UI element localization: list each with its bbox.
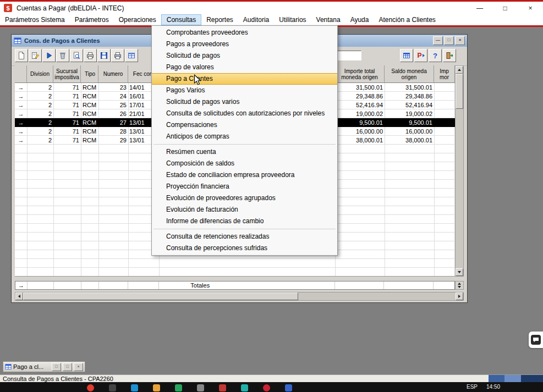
vertical-scroll-thumb[interactable] [456,74,463,109]
menubar-item-ayuda[interactable]: Ayuda [345,14,374,25]
menu-item-evolucion-proveedores[interactable]: Evolución de proveedores agrupados [152,192,337,204]
table-icon [5,363,12,370]
taskbar-app-icon[interactable] [153,384,160,391]
menu-item-solicitud-pagos-varios[interactable]: Solicitud de pagos varios [152,96,337,108]
trash-icon [58,51,67,60]
cell-importe: 31,500.01 [335,83,385,92]
header-tipo[interactable]: Tipo [81,65,98,83]
new-button[interactable] [15,49,28,62]
export-button[interactable] [125,49,138,62]
child-maximize-button[interactable]: □ [444,36,454,45]
menubar-item-consultas[interactable]: Consultas [161,14,201,25]
menu-separator [153,144,336,145]
cell-division: 2 [27,83,53,92]
header-numero[interactable]: Numero [98,65,128,83]
child-close-button[interactable]: × [455,36,465,45]
menu-item-solicitud-de-pagos[interactable]: Solicitud de pagos [152,50,337,62]
row-selector[interactable]: → [15,109,27,118]
menubar-item-parametros-sistema[interactable]: Parámetros Sistema [0,14,70,25]
print-setup-button[interactable] [111,49,124,62]
statusbar: Consulta de Pagos a Clientes - CPA2260 [0,374,543,382]
scroll-down-button[interactable] [456,268,463,276]
menu-item-compensaciones[interactable]: Compensaciones [152,119,337,131]
menu-item-pagos-varios[interactable]: Pagos Varios [152,85,337,96]
consultas-dropdown-menu: Comprobantes proveedores Pagos a proveed… [151,25,338,256]
horizontal-scroll-thumb[interactable] [23,292,298,300]
menu-item-resumen-cuenta[interactable]: Resúmen cuenta [152,146,337,158]
taskbar-app-icon[interactable] [219,384,226,391]
menu-item-pagos-a-proveedores[interactable]: Pagos a proveedores [152,38,337,50]
minimize-button[interactable]: — [467,2,492,14]
menu-item-consulta-solicitudes-autorizaciones[interactable]: Consulta de solicitudes con autorizacion… [152,108,337,119]
taskbar-app-icon[interactable] [197,384,204,391]
header-sucursal[interactable]: Sucursal impositiva [53,65,81,83]
cell-numero: 24 [98,92,128,101]
save-button[interactable] [97,49,111,62]
taskbar-app-icon[interactable] [263,384,270,391]
row-selector[interactable]: → [15,92,27,101]
menubar-item-atencion-a-clientes[interactable]: Atención a Clientes [374,14,440,25]
cell-sucursal: 71 [53,92,81,101]
taskbar-app-icon[interactable] [87,384,94,391]
child-window-controls: — □ × [433,36,465,45]
scroll-up-button[interactable] [456,66,463,74]
row-selector[interactable]: → [15,136,27,145]
menu-item-consulta-percepciones[interactable]: Consulta de percepciones sufridas [152,242,337,254]
help-button[interactable]: ? [429,49,442,62]
grid-view-button[interactable] [400,49,413,62]
exit-button[interactable] [443,49,456,62]
cell-sucursal: 71 [53,118,81,127]
delete-button[interactable] [56,49,69,62]
header-importe[interactable]: Importe total moneda origen [335,65,385,83]
vertical-scrollbar[interactable] [455,65,464,277]
taskbar-app-icon[interactable] [131,384,138,391]
menu-item-comprobantes-proveedores[interactable]: Comprobantes proveedores [152,27,337,38]
currency-button[interactable]: P [414,49,427,62]
row-selector[interactable]: → [15,127,27,136]
menu-item-informe-diferencias-cambio[interactable]: Informe de diferencias de cambio [152,216,337,227]
menubar-item-parametros[interactable]: Parámetros [70,14,114,25]
taskbar-clock[interactable]: 14:50 [486,384,500,390]
row-selector[interactable]: → [15,101,27,109]
header-imp[interactable]: Imp mor [434,65,455,83]
minimized-window-pago-a-clientes[interactable]: Pago a cl... □ □ × [3,361,85,372]
row-selector[interactable]: → [15,83,27,92]
row-selector[interactable]: → [15,118,27,127]
header-division[interactable]: Division [27,65,53,83]
menu-item-pago-de-valores[interactable]: Pago de valores [152,62,337,73]
menu-item-anticipos-compras[interactable]: Anticipos de compras [152,131,337,142]
taskbar-app-icon[interactable] [241,384,248,391]
taskbar-app-icon[interactable] [285,384,292,391]
close-button[interactable]: × [518,2,543,14]
preview-button[interactable] [70,49,83,62]
menu-item-composicion-saldos[interactable]: Composición de saldos [152,158,337,169]
taskbar-language[interactable]: ESP [467,384,478,390]
print-button[interactable] [84,49,97,62]
menubar-item-reportes[interactable]: Reportes [201,14,238,25]
menubar-item-ventana[interactable]: Ventana [311,14,345,25]
taskbar-app-icon[interactable] [109,384,116,391]
menu-item-evolucion-facturacion[interactable]: Evolución de facturación [152,204,337,216]
scroll-left-button[interactable] [15,292,23,300]
menubar-item-utilitarios[interactable]: Utilitarios [274,14,311,25]
header-saldo[interactable]: Saldo moneda origen [385,65,434,83]
minimized-maximize-button[interactable]: □ [63,363,72,371]
menu-item-estado-conciliacion[interactable]: Estado de conciliacion empresa proveedor… [152,169,337,181]
menu-item-consulta-retenciones[interactable]: Consulta de retenciones realizadas [152,231,337,242]
edit-button[interactable] [29,49,42,62]
taskbar-app-icon[interactable] [175,384,182,391]
maximize-button[interactable]: □ [492,2,518,14]
totals-spinner[interactable] [455,281,464,290]
child-title: Cons. de Pagos a Clientes [24,37,100,44]
menubar-item-operaciones[interactable]: Operaciones [114,14,161,25]
minimized-restore-button[interactable]: □ [52,363,61,371]
minimized-close-button[interactable]: × [74,363,83,371]
menu-item-pago-a-clientes[interactable]: Pago a Clientes [152,73,337,85]
menu-item-proyeccion-financiera[interactable]: Proyección financiera [152,181,337,192]
run-button[interactable] [42,49,56,62]
menubar-item-auditoria[interactable]: Auditoria [238,14,274,25]
horizontal-scrollbar[interactable] [15,292,464,301]
chat-overlay-button[interactable] [529,332,543,348]
scroll-right-button[interactable] [456,292,463,300]
child-minimize-button[interactable]: — [433,36,443,45]
